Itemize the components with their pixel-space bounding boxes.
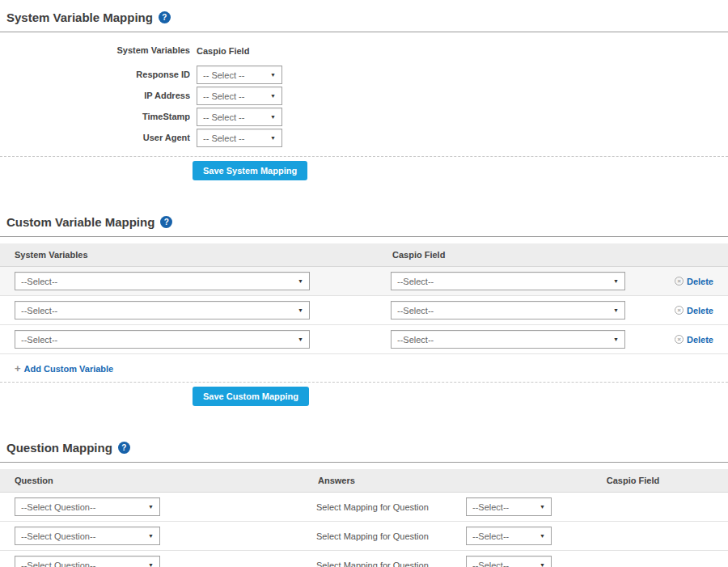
system-row-response-id: Response ID -- Select -- ▼ — [0, 66, 728, 84]
question-mapping-section: Question Mapping ? Question Answers Casp… — [0, 430, 728, 567]
help-icon-glyph: ? — [164, 218, 169, 226]
caret-down-icon: ▼ — [270, 114, 276, 120]
caret-down-icon: ▼ — [270, 135, 276, 141]
select-value: --Select Question-- — [21, 561, 95, 567]
row-label: IP Address — [0, 87, 190, 105]
table-row: --Select Question-- ▼ Select Mapping for… — [0, 551, 728, 567]
delete-circle-x-icon: × — [675, 335, 684, 344]
page-title: Custom Variable Mapping — [6, 215, 154, 229]
system-variable-mapping-section: System Variable Mapping ? System Variabl… — [0, 0, 728, 184]
response-id-select[interactable]: -- Select -- ▼ — [197, 66, 282, 84]
help-icon-glyph: ? — [162, 13, 167, 22]
table-row: --Select Question-- ▼ Select Mapping for… — [0, 493, 728, 522]
caret-down-icon: ▼ — [298, 307, 303, 313]
answer-mapping-label: Select Mapping for Question — [316, 531, 466, 541]
caret-down-icon: ▼ — [613, 336, 619, 342]
system-variables-column-header: System Variables — [15, 250, 392, 260]
select-value: --Select-- — [397, 335, 434, 345]
select-value: --Select-- — [472, 561, 509, 567]
custom-mapping-table: System Variables Caspio Field --Select--… — [0, 243, 728, 354]
dashed-divider — [0, 382, 728, 383]
table-row: --Select-- ▼ --Select-- ▼ × Delete — [0, 267, 728, 296]
custom-variable-mapping-section: Custom Variable Mapping ? System Variabl… — [0, 205, 728, 409]
page-title: Question Mapping — [6, 441, 112, 455]
question-column-header: Question — [15, 476, 318, 485]
custom-section-title-row: Custom Variable Mapping ? — [0, 205, 728, 236]
delete-label: Delete — [687, 335, 713, 345]
delete-row-link[interactable]: × Delete — [675, 306, 713, 315]
caspio-field-column-header: Caspio Field — [552, 476, 713, 485]
table-row: --Select-- ▼ --Select-- ▼ × Delete — [0, 296, 728, 325]
dashed-divider — [0, 156, 728, 157]
save-custom-mapping-button[interactable]: Save Custom Mapping — [193, 387, 309, 406]
caret-down-icon: ▼ — [540, 504, 545, 510]
table-row: --Select-- ▼ --Select-- ▼ × Delete — [0, 325, 728, 354]
system-row-user-agent: User Agent -- Select -- ▼ — [0, 129, 728, 147]
custom-table-header: System Variables Caspio Field — [0, 243, 728, 267]
help-icon[interactable]: ? — [159, 11, 171, 23]
system-row-timestamp: TimeStamp -- Select -- ▼ — [0, 108, 728, 126]
system-section-title-row: System Variable Mapping ? — [0, 0, 728, 32]
answer-mapping-label: Select Mapping for Question — [316, 502, 466, 512]
select-value: -- Select -- — [203, 91, 244, 101]
user-agent-select[interactable]: -- Select -- ▼ — [197, 129, 282, 147]
caret-down-icon: ▼ — [148, 533, 154, 539]
help-icon-glyph: ? — [121, 443, 126, 452]
caret-down-icon: ▼ — [613, 278, 619, 284]
caspio-field-column-header: Caspio Field — [392, 250, 445, 260]
delete-label: Delete — [687, 306, 713, 315]
select-value: --Select-- — [21, 306, 57, 315]
row-label: Response ID — [0, 66, 190, 84]
caret-down-icon: ▼ — [270, 72, 276, 78]
select-value: --Select-- — [397, 306, 434, 315]
select-value: --Select Question-- — [21, 531, 95, 541]
caret-down-icon: ▼ — [270, 93, 276, 99]
caret-down-icon: ▼ — [613, 307, 619, 313]
select-value: --Select-- — [397, 277, 434, 286]
caret-down-icon: ▼ — [148, 562, 154, 567]
question-table-header: Question Answers Caspio Field — [0, 469, 728, 493]
select-value: --Select-- — [472, 502, 509, 512]
system-variables-header: System Variables — [0, 41, 190, 60]
custom-system-variable-select[interactable]: --Select-- ▼ — [15, 301, 310, 319]
ip-address-select[interactable]: -- Select -- ▼ — [197, 87, 282, 105]
caret-down-icon: ▼ — [148, 504, 154, 510]
row-label: TimeStamp — [0, 108, 190, 126]
plus-icon: + — [15, 362, 21, 374]
caret-down-icon: ▼ — [540, 533, 545, 539]
help-icon[interactable]: ? — [118, 442, 130, 454]
select-value: --Select-- — [21, 277, 57, 286]
answer-mapping-label: Select Mapping for Question — [316, 561, 466, 567]
select-value: --Select-- — [472, 531, 509, 541]
timestamp-select[interactable]: -- Select -- ▼ — [197, 108, 282, 126]
add-custom-variable-link[interactable]: + Add Custom Variable — [15, 362, 113, 374]
question-select[interactable]: --Select Question-- ▼ — [15, 497, 160, 516]
custom-system-variable-select[interactable]: --Select-- ▼ — [15, 330, 310, 349]
answer-mapping-select[interactable]: --Select-- ▼ — [466, 497, 552, 516]
system-row-ip-address: IP Address -- Select -- ▼ — [0, 87, 728, 105]
custom-caspio-field-select[interactable]: --Select-- ▼ — [391, 330, 625, 349]
table-row: --Select Question-- ▼ Select Mapping for… — [0, 522, 728, 551]
delete-row-link[interactable]: × Delete — [675, 335, 713, 345]
delete-circle-x-icon: × — [675, 306, 684, 315]
custom-system-variable-select[interactable]: --Select-- ▼ — [15, 272, 310, 290]
answer-mapping-select[interactable]: --Select-- ▼ — [466, 556, 552, 567]
help-icon[interactable]: ? — [160, 216, 172, 228]
answers-column-header: Answers — [318, 476, 552, 485]
question-select[interactable]: --Select Question-- ▼ — [15, 556, 160, 567]
select-value: -- Select -- — [203, 112, 244, 122]
custom-caspio-field-select[interactable]: --Select-- ▼ — [391, 272, 625, 290]
section-divider — [0, 462, 728, 463]
caret-down-icon: ▼ — [298, 278, 303, 284]
select-value: -- Select -- — [203, 133, 244, 143]
custom-caspio-field-select[interactable]: --Select-- ▼ — [391, 301, 625, 319]
system-mapping-form: System Variables Caspio Field Response I… — [0, 32, 728, 156]
delete-row-link[interactable]: × Delete — [675, 277, 713, 286]
question-select[interactable]: --Select Question-- ▼ — [15, 527, 160, 545]
delete-label: Delete — [687, 277, 713, 286]
save-system-mapping-button[interactable]: Save System Mapping — [193, 161, 307, 180]
select-value: -- Select -- — [203, 70, 244, 80]
caret-down-icon: ▼ — [298, 336, 303, 342]
answer-mapping-select[interactable]: --Select-- ▼ — [466, 527, 552, 545]
caret-down-icon: ▼ — [540, 562, 545, 567]
